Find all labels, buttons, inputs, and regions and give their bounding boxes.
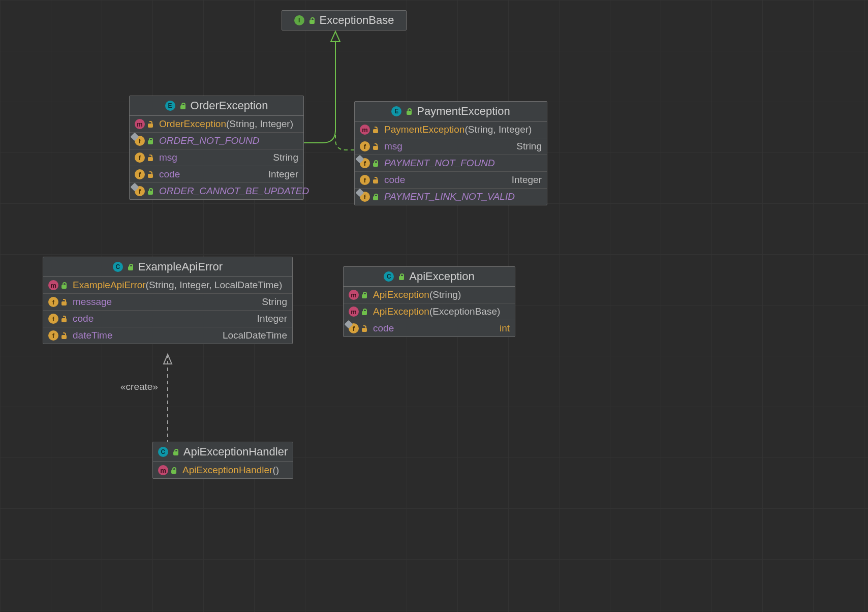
lock-icon	[179, 102, 187, 110]
class-payment-exception[interactable]: PaymentException PaymentException(String…	[354, 101, 547, 205]
lock-icon	[170, 466, 177, 474]
class-api-exception-handler[interactable]: ApiExceptionHandler ApiExceptionHandler(…	[152, 442, 293, 479]
field-name: code	[73, 313, 94, 324]
field-icon	[360, 141, 370, 151]
ctor-name: ExampleApiError	[73, 280, 146, 290]
field-row: dateTime LocalDateTime	[43, 327, 292, 344]
lock-icon	[147, 154, 154, 162]
constructor-row: PaymentException(String, Integer)	[355, 121, 547, 138]
class-title-row: OrderException	[130, 96, 303, 116]
method-icon	[360, 125, 370, 135]
field-name: code	[384, 174, 405, 186]
field-type: String	[516, 141, 542, 152]
constructor-row: ExampleApiError(String, Integer, LocalDa…	[43, 277, 292, 293]
field-row: code Integer	[130, 166, 303, 182]
field-icon	[135, 152, 145, 163]
lock-icon	[147, 137, 154, 145]
lock-icon	[308, 16, 316, 24]
lock-icon	[147, 170, 154, 178]
param-type: ExceptionBase	[432, 306, 497, 317]
interface-icon	[294, 15, 304, 25]
field-name: msg	[159, 152, 177, 163]
constant-row: ORDER_CANNOT_BE_UPDATED	[130, 182, 303, 199]
lock-icon	[361, 324, 368, 332]
lock-icon	[127, 263, 134, 271]
constant-name: ORDER_NOT_FOUND	[159, 135, 259, 146]
field-row: code Integer	[355, 171, 547, 188]
lock-icon	[361, 308, 368, 316]
field-name: code	[373, 323, 394, 334]
field-row: code int	[344, 320, 515, 336]
method-icon	[349, 290, 359, 300]
param-type: Integer	[499, 124, 529, 135]
class-title: PaymentException	[417, 105, 510, 118]
constructor-row: OrderException(String, Integer)	[130, 116, 303, 132]
constant-row: PAYMENT_NOT_FOUND	[355, 155, 547, 171]
method-icon	[48, 280, 58, 290]
create-stereotype-label: «create»	[120, 381, 158, 392]
ctor-name: ApiException	[373, 306, 429, 317]
class-exception-base[interactable]: ExceptionBase	[282, 10, 407, 30]
svg-marker-1	[164, 354, 172, 364]
param-type: LocalDateTime	[214, 280, 279, 290]
constructor-row: ApiExceptionHandler()	[153, 462, 293, 478]
field-icon	[48, 297, 58, 307]
lock-icon	[60, 298, 68, 306]
constant-name: PAYMENT_NOT_FOUND	[384, 158, 495, 169]
class-title-row: ExceptionBase	[282, 11, 406, 30]
param-type: String	[432, 289, 458, 300]
lock-icon	[60, 315, 68, 323]
class-order-exception[interactable]: OrderException OrderException(String, In…	[129, 96, 304, 200]
lock-icon	[372, 126, 379, 134]
class-title: ApiExceptionHandler	[183, 445, 288, 458]
constant-name: PAYMENT_LINK_NOT_VALID	[384, 191, 515, 202]
class-title: ApiException	[409, 270, 474, 283]
param-type: String	[149, 280, 174, 290]
param-type: Integer	[179, 280, 209, 290]
field-type: Integer	[268, 169, 298, 180]
method-icon	[135, 119, 145, 129]
param-type: String	[468, 124, 493, 135]
class-title: OrderException	[191, 99, 268, 112]
field-name: code	[159, 169, 180, 180]
field-type: Integer	[512, 174, 542, 186]
lock-icon	[147, 187, 154, 195]
field-row: msg String	[355, 138, 547, 155]
field-icon	[48, 314, 58, 324]
class-icon	[113, 262, 123, 272]
lock-icon	[406, 107, 413, 115]
lock-icon	[372, 176, 379, 184]
constant-name: ORDER_CANNOT_BE_UPDATED	[159, 186, 309, 197]
svg-marker-0	[331, 32, 340, 42]
lock-icon	[361, 291, 368, 299]
class-example-api-error[interactable]: ExampleApiError ExampleApiError(String, …	[43, 257, 293, 344]
param-type: String	[229, 118, 255, 129]
class-title: ExceptionBase	[320, 14, 394, 27]
ctor-name: ApiException	[373, 289, 429, 300]
field-name: msg	[384, 141, 402, 152]
field-type: String	[262, 296, 287, 308]
ctor-name: OrderException	[159, 118, 226, 129]
class-title-row: ExampleApiError	[43, 257, 292, 277]
field-row: message String	[43, 293, 292, 310]
field-name: dateTime	[73, 330, 113, 341]
class-api-exception[interactable]: ApiException ApiException(String)	[343, 266, 515, 337]
ctor-name: ApiExceptionHandler	[182, 465, 272, 475]
param-type: Integer	[260, 118, 290, 129]
field-row: msg String	[130, 149, 303, 166]
class-title-row: PaymentException	[355, 102, 547, 121]
lock-icon	[172, 448, 179, 456]
diagram-canvas[interactable]: ExceptionBase OrderException OrderExcept…	[0, 0, 868, 612]
constructor-row: ApiException(ExceptionBase)	[344, 303, 515, 320]
field-icon	[48, 330, 58, 341]
class-icon	[384, 271, 394, 282]
field-type: int	[500, 323, 510, 334]
field-type: LocalDateTime	[223, 330, 287, 341]
class-title-row: ApiException	[344, 267, 515, 287]
field-icon	[135, 169, 145, 179]
lock-icon	[398, 272, 405, 281]
field-name: message	[73, 296, 112, 308]
method-icon	[349, 307, 359, 317]
lock-icon	[372, 159, 379, 167]
field-type: String	[273, 152, 298, 163]
